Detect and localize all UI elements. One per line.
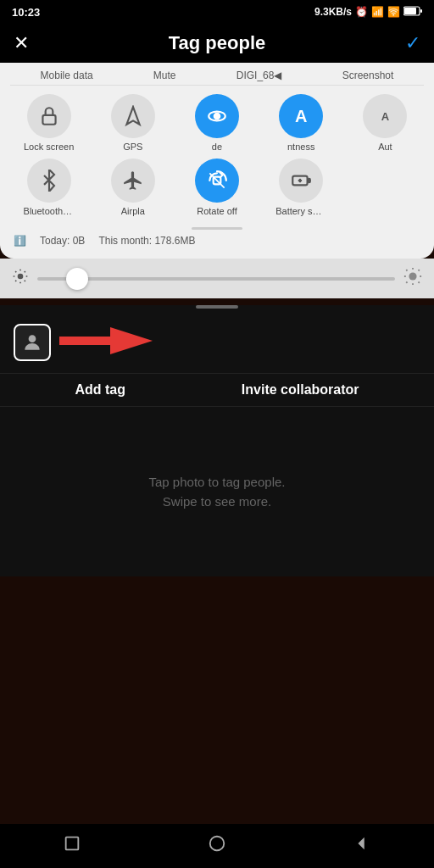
bottom-nav bbox=[0, 824, 434, 868]
confirm-button[interactable]: ✓ bbox=[405, 32, 420, 54]
info-area: Tap photo to tag people. Swipe to see mo… bbox=[0, 407, 434, 576]
add-tag-button[interactable]: Add tag bbox=[75, 382, 125, 398]
wifi-icon: 🛜 bbox=[387, 6, 400, 18]
svg-point-5 bbox=[214, 114, 220, 120]
brightness-bar bbox=[0, 259, 434, 298]
svg-point-12 bbox=[18, 274, 24, 280]
svg-rect-1 bbox=[404, 8, 416, 14]
red-arrow bbox=[59, 322, 153, 363]
avatar-row bbox=[0, 312, 434, 373]
svg-point-14 bbox=[29, 335, 36, 342]
qs-circle-battery bbox=[279, 159, 323, 203]
qs-item-reading-mode[interactable]: de bbox=[178, 94, 255, 152]
qs-item-rotate-off[interactable]: Rotate off bbox=[178, 159, 255, 217]
alarm-icon: ⏰ bbox=[355, 6, 368, 18]
svg-marker-18 bbox=[358, 837, 364, 850]
brightness-track[interactable] bbox=[37, 277, 395, 281]
qs-label-reading: de bbox=[212, 142, 222, 152]
signal-icon: 📶 bbox=[371, 6, 384, 18]
brightness-thumb[interactable] bbox=[66, 268, 88, 290]
info-line2: Swipe to see more. bbox=[163, 494, 271, 509]
header: ✕ Tag people ✓ bbox=[0, 24, 434, 63]
qs-circle-airplane bbox=[111, 159, 155, 203]
info-line1: Tap photo to tag people. bbox=[149, 475, 286, 489]
data-today: Today: 0B bbox=[40, 235, 85, 247]
qs-item-lock-screen[interactable]: Lock screen bbox=[10, 94, 87, 152]
qs-grid: Lock screen GPS de A ntness bbox=[10, 86, 424, 222]
qs-circle-gps bbox=[111, 94, 155, 138]
data-usage-row: ℹ️ Today: 0B This month: 178.6MB bbox=[10, 230, 424, 248]
data-month: This month: 178.6MB bbox=[98, 235, 195, 247]
qs-label-mute: Mute bbox=[153, 70, 176, 81]
svg-rect-16 bbox=[66, 837, 79, 850]
time: 10:23 bbox=[12, 6, 40, 19]
qs-label-wifi: DIGI_68◀ bbox=[236, 70, 282, 81]
qs-item-bluetooth[interactable]: Bluetooth◀ de bbox=[10, 159, 87, 217]
qs-top-row: Mobile data Mute DIGI_68◀ Screenshot bbox=[10, 63, 424, 86]
qs-item-readiness[interactable]: A ntness bbox=[263, 94, 340, 152]
qs-item-airplane[interactable]: Airpla bbox=[94, 159, 171, 217]
qs-circle-reading bbox=[195, 94, 239, 138]
status-bar: 10:23 9.3KB/s ⏰ 📶 🛜 bbox=[0, 0, 434, 24]
page-title: Tag people bbox=[169, 32, 266, 54]
qs-label-airplane: Airpla bbox=[121, 206, 145, 216]
qs-circle-rotate bbox=[195, 159, 239, 203]
invite-collaborator-button[interactable]: Invite collaborator bbox=[242, 382, 359, 398]
action-buttons: Add tag Invite collaborator bbox=[0, 373, 434, 407]
status-icons: 9.3KB/s ⏰ 📶 🛜 bbox=[314, 6, 422, 19]
nav-back-button[interactable] bbox=[353, 834, 371, 858]
quick-settings-panel: Mobile data Mute DIGI_68◀ Screenshot Loc… bbox=[0, 63, 434, 259]
qs-item-gps[interactable]: GPS bbox=[94, 94, 171, 152]
qs-item-auto[interactable]: A Aut bbox=[347, 94, 424, 152]
user-avatar[interactable] bbox=[14, 324, 51, 361]
qs-circle-auto: A bbox=[363, 94, 407, 138]
qs-label-mobile-data: Mobile data bbox=[41, 70, 93, 81]
svg-rect-11 bbox=[309, 179, 310, 182]
nav-recents-button[interactable] bbox=[63, 834, 81, 858]
svg-rect-3 bbox=[42, 115, 55, 125]
qs-label-battery-saver: Battery saver bbox=[275, 206, 326, 216]
brightness-high-icon bbox=[403, 267, 422, 290]
qs-item-battery-saver[interactable]: Battery saver bbox=[263, 159, 340, 217]
qs-label-lock-screen: Lock screen bbox=[24, 142, 74, 152]
qs-circle-lock bbox=[27, 94, 71, 138]
svg-marker-15 bbox=[59, 327, 153, 354]
network-speed: 9.3KB/s bbox=[314, 6, 352, 18]
qs-label-screenshot: Screenshot bbox=[342, 70, 394, 81]
battery-icon bbox=[403, 6, 422, 19]
bottom-area: Add tag Invite collaborator Tap photo to… bbox=[0, 305, 434, 576]
drag-handle bbox=[196, 305, 238, 309]
qs-label-gps: GPS bbox=[123, 142, 142, 152]
qs-label-bluetooth: Bluetooth◀ de bbox=[24, 206, 75, 217]
brightness-low-icon bbox=[12, 268, 29, 289]
close-button[interactable]: ✕ bbox=[14, 32, 29, 54]
svg-point-13 bbox=[409, 272, 416, 280]
nav-home-button[interactable] bbox=[208, 834, 226, 858]
qs-circle-readiness: A bbox=[279, 94, 323, 138]
qs-circle-bluetooth bbox=[27, 159, 71, 203]
qs-label-readiness: ntness bbox=[287, 142, 314, 152]
qs-label-rotate-off: Rotate off bbox=[197, 206, 237, 216]
svg-rect-2 bbox=[420, 9, 422, 13]
data-icon: ℹ️ bbox=[14, 235, 26, 247]
svg-point-17 bbox=[210, 837, 225, 851]
qs-label-auto: Aut bbox=[378, 142, 392, 152]
